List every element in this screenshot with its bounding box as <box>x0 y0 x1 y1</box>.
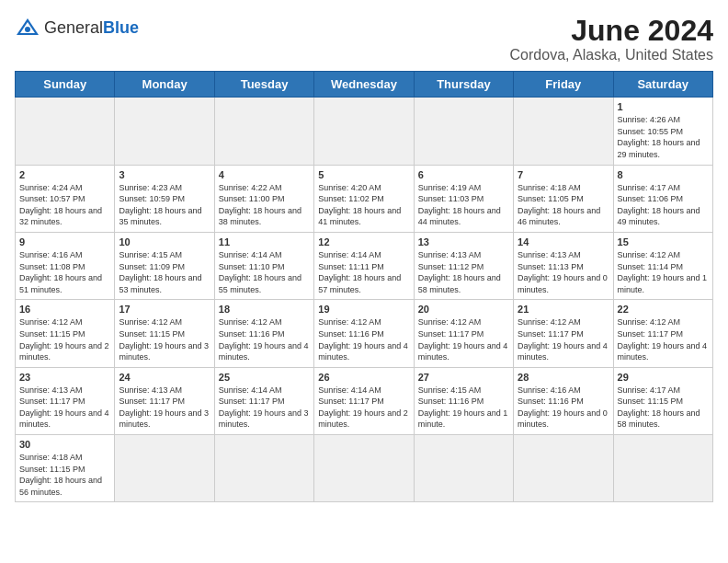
day-info: Sunrise: 4:16 AM Sunset: 11:08 PM Daylig… <box>19 249 110 295</box>
day-info: Sunrise: 4:13 AM Sunset: 11:17 PM Daylig… <box>119 385 210 431</box>
month-title: June 2024 <box>510 15 713 47</box>
calendar-cell: 30Sunrise: 4:18 AM Sunset: 11:15 PM Dayl… <box>16 435 115 502</box>
day-info: Sunrise: 4:23 AM Sunset: 10:59 PM Daylig… <box>119 182 210 228</box>
calendar-cell: 9Sunrise: 4:16 AM Sunset: 11:08 PM Dayli… <box>16 232 115 299</box>
day-number: 20 <box>418 304 509 315</box>
day-number: 9 <box>19 236 110 247</box>
day-number: 2 <box>19 169 110 180</box>
calendar-cell <box>115 98 214 165</box>
calendar-cell <box>314 435 414 502</box>
logo: GeneralBlue <box>15 15 139 40</box>
location-subtitle: Cordova, Alaska, United States <box>510 47 713 63</box>
day-info: Sunrise: 4:14 AM Sunset: 11:17 PM Daylig… <box>318 385 409 431</box>
day-number: 3 <box>119 169 210 180</box>
day-number: 25 <box>219 372 310 383</box>
day-info: Sunrise: 4:12 AM Sunset: 11:17 PM Daylig… <box>518 316 609 362</box>
day-number: 23 <box>19 372 110 383</box>
calendar-cell: 14Sunrise: 4:13 AM Sunset: 11:13 PM Dayl… <box>514 232 613 299</box>
day-info: Sunrise: 4:20 AM Sunset: 11:02 PM Daylig… <box>318 182 409 228</box>
day-info: Sunrise: 4:18 AM Sunset: 11:05 PM Daylig… <box>518 182 609 228</box>
logo-blue: Blue <box>103 18 139 37</box>
calendar-cell: 1Sunrise: 4:26 AM Sunset: 10:55 PM Dayli… <box>613 98 712 165</box>
calendar-cell: 25Sunrise: 4:14 AM Sunset: 11:17 PM Dayl… <box>214 367 313 434</box>
day-info: Sunrise: 4:16 AM Sunset: 11:16 PM Daylig… <box>518 385 609 431</box>
calendar-cell: 3Sunrise: 4:23 AM Sunset: 10:59 PM Dayli… <box>115 165 214 232</box>
weekday-header-saturday: Saturday <box>613 72 712 98</box>
day-number: 13 <box>418 236 509 247</box>
calendar-cell <box>16 98 115 165</box>
calendar-cell: 15Sunrise: 4:12 AM Sunset: 11:14 PM Dayl… <box>613 232 712 299</box>
day-number: 12 <box>318 236 409 247</box>
day-number: 17 <box>119 304 210 315</box>
calendar-cell: 24Sunrise: 4:13 AM Sunset: 11:17 PM Dayl… <box>115 367 214 434</box>
calendar-cell: 27Sunrise: 4:15 AM Sunset: 11:16 PM Dayl… <box>414 367 513 434</box>
day-info: Sunrise: 4:12 AM Sunset: 11:14 PM Daylig… <box>618 249 709 295</box>
day-number: 19 <box>318 304 409 315</box>
calendar-cell <box>613 435 712 502</box>
calendar-cell <box>214 435 313 502</box>
day-number: 29 <box>618 372 709 383</box>
day-info: Sunrise: 4:14 AM Sunset: 11:10 PM Daylig… <box>219 249 310 295</box>
logo-general: General <box>44 18 103 37</box>
calendar-cell <box>214 98 313 165</box>
calendar-cell: 26Sunrise: 4:14 AM Sunset: 11:17 PM Dayl… <box>314 367 414 434</box>
calendar-week-4: 16Sunrise: 4:12 AM Sunset: 11:15 PM Dayl… <box>16 300 713 367</box>
calendar-cell: 19Sunrise: 4:12 AM Sunset: 11:16 PM Dayl… <box>314 300 414 367</box>
day-number: 30 <box>19 439 110 450</box>
day-number: 4 <box>219 169 310 180</box>
calendar-cell: 2Sunrise: 4:24 AM Sunset: 10:57 PM Dayli… <box>16 165 115 232</box>
day-info: Sunrise: 4:13 AM Sunset: 11:13 PM Daylig… <box>518 249 609 295</box>
day-number: 22 <box>618 304 709 315</box>
day-info: Sunrise: 4:12 AM Sunset: 11:17 PM Daylig… <box>618 316 709 362</box>
day-info: Sunrise: 4:13 AM Sunset: 11:17 PM Daylig… <box>19 385 110 431</box>
svg-point-3 <box>25 27 30 32</box>
day-info: Sunrise: 4:26 AM Sunset: 10:55 PM Daylig… <box>618 114 709 160</box>
logo-icon <box>15 15 40 40</box>
day-info: Sunrise: 4:17 AM Sunset: 11:06 PM Daylig… <box>618 182 709 228</box>
day-info: Sunrise: 4:14 AM Sunset: 11:11 PM Daylig… <box>318 249 409 295</box>
day-info: Sunrise: 4:12 AM Sunset: 11:15 PM Daylig… <box>19 316 110 362</box>
weekday-header-thursday: Thursday <box>414 72 513 98</box>
calendar-week-5: 23Sunrise: 4:13 AM Sunset: 11:17 PM Dayl… <box>16 367 713 434</box>
calendar-cell: 16Sunrise: 4:12 AM Sunset: 11:15 PM Dayl… <box>16 300 115 367</box>
calendar-cell: 5Sunrise: 4:20 AM Sunset: 11:02 PM Dayli… <box>314 165 414 232</box>
day-info: Sunrise: 4:12 AM Sunset: 11:16 PM Daylig… <box>219 316 310 362</box>
day-info: Sunrise: 4:15 AM Sunset: 11:16 PM Daylig… <box>418 385 509 431</box>
day-number: 14 <box>518 236 609 247</box>
day-number: 15 <box>618 236 709 247</box>
day-info: Sunrise: 4:22 AM Sunset: 11:00 PM Daylig… <box>219 182 310 228</box>
calendar-cell: 17Sunrise: 4:12 AM Sunset: 11:15 PM Dayl… <box>115 300 214 367</box>
day-number: 21 <box>518 304 609 315</box>
calendar-week-2: 2Sunrise: 4:24 AM Sunset: 10:57 PM Dayli… <box>16 165 713 232</box>
calendar-cell: 4Sunrise: 4:22 AM Sunset: 11:00 PM Dayli… <box>214 165 313 232</box>
calendar-header-row: SundayMondayTuesdayWednesdayThursdayFrid… <box>16 72 713 98</box>
page-header: GeneralBlue June 2024 Cordova, Alaska, U… <box>15 15 713 63</box>
calendar-cell: 23Sunrise: 4:13 AM Sunset: 11:17 PM Dayl… <box>16 367 115 434</box>
day-number: 16 <box>19 304 110 315</box>
calendar-cell <box>414 435 513 502</box>
calendar-cell: 13Sunrise: 4:13 AM Sunset: 11:12 PM Dayl… <box>414 232 513 299</box>
weekday-header-friday: Friday <box>514 72 613 98</box>
day-info: Sunrise: 4:19 AM Sunset: 11:03 PM Daylig… <box>418 182 509 228</box>
calendar-cell: 12Sunrise: 4:14 AM Sunset: 11:11 PM Dayl… <box>314 232 414 299</box>
day-info: Sunrise: 4:14 AM Sunset: 11:17 PM Daylig… <box>219 385 310 431</box>
calendar-cell: 6Sunrise: 4:19 AM Sunset: 11:03 PM Dayli… <box>414 165 513 232</box>
calendar-week-1: 1Sunrise: 4:26 AM Sunset: 10:55 PM Dayli… <box>16 98 713 165</box>
calendar-cell: 20Sunrise: 4:12 AM Sunset: 11:17 PM Dayl… <box>414 300 513 367</box>
day-info: Sunrise: 4:17 AM Sunset: 11:15 PM Daylig… <box>618 385 709 431</box>
calendar-cell <box>414 98 513 165</box>
weekday-header-tuesday: Tuesday <box>214 72 313 98</box>
calendar-cell: 7Sunrise: 4:18 AM Sunset: 11:05 PM Dayli… <box>514 165 613 232</box>
day-number: 28 <box>518 372 609 383</box>
logo-text: GeneralBlue <box>44 19 139 37</box>
day-number: 27 <box>418 372 509 383</box>
calendar-cell <box>514 98 613 165</box>
day-number: 24 <box>119 372 210 383</box>
day-number: 7 <box>518 169 609 180</box>
day-info: Sunrise: 4:12 AM Sunset: 11:16 PM Daylig… <box>318 316 409 362</box>
calendar-cell: 10Sunrise: 4:15 AM Sunset: 11:09 PM Dayl… <box>115 232 214 299</box>
calendar-week-6: 30Sunrise: 4:18 AM Sunset: 11:15 PM Dayl… <box>16 435 713 502</box>
calendar-cell <box>514 435 613 502</box>
calendar-cell: 22Sunrise: 4:12 AM Sunset: 11:17 PM Dayl… <box>613 300 712 367</box>
day-number: 5 <box>318 169 409 180</box>
